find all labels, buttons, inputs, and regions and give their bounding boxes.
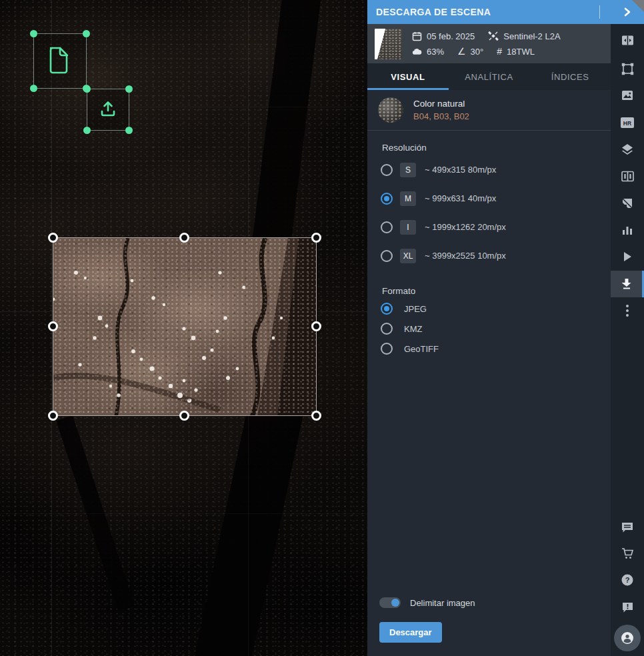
image-gallery-icon[interactable]	[611, 82, 644, 109]
panel-footer: Delimitar imagen Descargar	[367, 597, 611, 656]
download-icon[interactable]	[611, 271, 644, 297]
radio-unchecked[interactable]	[381, 250, 393, 262]
tab-visual[interactable]: VISUAL	[367, 63, 449, 90]
marker-handle[interactable]	[30, 30, 37, 37]
visualization-bands: B04, B03, B02	[413, 111, 469, 121]
upload-icon	[97, 98, 119, 122]
download-panel: 05 feb. 2025 Sentinel-2 L2A	[367, 0, 611, 656]
clip-image-toggle-row[interactable]: Delimitar imagen	[379, 597, 611, 608]
tab-analitica[interactable]: ANALÍTICA	[449, 63, 530, 90]
marker-handle[interactable]	[83, 30, 90, 37]
window-corner-notch	[632, 0, 644, 12]
hr-badge-icon[interactable]: HR	[611, 109, 644, 136]
visualization-row[interactable]: Color natural B04, B03, B02	[367, 90, 611, 131]
toggle-knob	[391, 599, 399, 607]
tile-grid-icon: #	[497, 47, 502, 56]
format-option-jpeg[interactable]: JPEG	[367, 299, 611, 319]
map-grid-line	[0, 513, 367, 514]
selection-handle-n[interactable]	[179, 233, 189, 243]
right-toolbar: HR ?	[611, 0, 644, 656]
resolution-option-xl[interactable]: XL ~ 3999x2525 10m/px	[367, 241, 611, 270]
marker-handle[interactable]	[30, 85, 37, 92]
clip-image-toggle[interactable]	[379, 597, 401, 608]
radio-unchecked[interactable]	[381, 323, 393, 335]
feedback-icon[interactable]	[611, 594, 644, 621]
resolution-badge: XL	[400, 249, 416, 263]
compare-icon[interactable]	[611, 27, 644, 53]
download-area-selection[interactable]	[53, 237, 317, 416]
marker-handle[interactable]	[125, 127, 133, 134]
map-grid-line	[0, 107, 367, 107]
cart-icon[interactable]	[611, 540, 644, 567]
resolution-option-s[interactable]: S ~ 499x315 80m/px	[367, 155, 611, 184]
scene-tile-id: # 18TWL	[497, 47, 535, 57]
format-option-geotiff[interactable]: GeoTIFF	[367, 339, 611, 359]
scene-sun-elevation: ∠ 30°	[457, 47, 483, 57]
format-option-kmz[interactable]: KMZ	[367, 319, 611, 339]
selection-handle-ne[interactable]	[311, 233, 321, 243]
file-icon	[47, 45, 73, 78]
tab-content-visual: Color natural B04, B03, B02 Resolución S…	[367, 90, 611, 656]
play-icon[interactable]	[611, 243, 644, 270]
radio-unchecked[interactable]	[381, 164, 393, 176]
resolution-option-m[interactable]: M ~ 999x631 40m/px	[367, 184, 611, 213]
tab-indices[interactable]: ÍNDICES	[529, 63, 611, 90]
download-button[interactable]: Descargar	[379, 622, 442, 643]
selection-handle-s[interactable]	[179, 411, 189, 421]
resolution-badge: M	[400, 191, 416, 206]
panel-spacer	[367, 359, 611, 597]
cloud-icon	[411, 46, 422, 57]
resolution-option-i[interactable]: I ~ 1999x1262 20m/px	[367, 213, 611, 241]
clip-image-label: Delimitar imagen	[410, 598, 475, 608]
resolution-badge: S	[400, 163, 416, 177]
radio-unchecked[interactable]	[381, 343, 393, 355]
panel-title: DESCARGA DE ESCENA	[367, 7, 491, 17]
user-account-icon[interactable]	[614, 625, 641, 651]
visualization-name: Color natural	[413, 99, 469, 109]
scene-info-bar: 05 feb. 2025 Sentinel-2 L2A	[367, 24, 611, 63]
commercial-data-icon[interactable]	[611, 190, 644, 217]
satellite-icon	[488, 31, 499, 41]
svg-text:HR: HR	[623, 120, 631, 127]
scene-satellite: Sentinel-2 L2A	[488, 31, 560, 41]
selection-handle-sw[interactable]	[48, 411, 58, 421]
selection-handle-se[interactable]	[311, 411, 321, 421]
format-label: Formato	[367, 270, 611, 299]
more-options-icon[interactable]	[611, 297, 644, 324]
radio-unchecked[interactable]	[381, 221, 393, 233]
layers-icon[interactable]	[611, 136, 644, 163]
panel-header: DESCARGA DE ESCENA	[367, 0, 644, 24]
file-marker[interactable]	[33, 33, 87, 89]
histogram-icon[interactable]	[611, 217, 644, 243]
split-view-icon[interactable]	[611, 163, 644, 189]
visualization-thumbnail	[378, 97, 403, 123]
scene-date: 05 feb. 2025	[411, 31, 475, 41]
scene-thumbnail	[375, 29, 402, 59]
marker-handle[interactable]	[83, 85, 91, 93]
app-window: 05 feb. 2025 Sentinel-2 L2A	[0, 0, 644, 656]
selection-handle-w[interactable]	[48, 321, 58, 331]
selection-handle-nw[interactable]	[48, 233, 58, 243]
radio-checked[interactable]	[381, 303, 393, 315]
resolution-badge: I	[400, 220, 416, 235]
resolution-label: Resolución	[367, 131, 611, 155]
area-select-icon[interactable]	[611, 55, 644, 82]
angle-icon: ∠	[457, 47, 466, 56]
marker-handle[interactable]	[125, 85, 133, 93]
calendar-icon	[411, 31, 422, 41]
scene-preview-noise	[53, 238, 316, 415]
comments-icon[interactable]	[611, 514, 644, 541]
help-icon[interactable]: ?	[611, 567, 644, 593]
upload-marker[interactable]	[87, 89, 129, 131]
panel-tabs: VISUAL ANALÍTICA ÍNDICES	[367, 63, 611, 90]
header-divider	[599, 5, 600, 19]
marker-handle[interactable]	[83, 127, 91, 134]
svg-text:?: ?	[625, 576, 630, 584]
scene-cloud-coverage: 63%	[411, 46, 444, 57]
selection-handle-e[interactable]	[311, 321, 321, 331]
scene-preview	[53, 238, 316, 415]
radio-checked[interactable]	[381, 193, 393, 205]
satellite-map[interactable]	[0, 0, 367, 656]
